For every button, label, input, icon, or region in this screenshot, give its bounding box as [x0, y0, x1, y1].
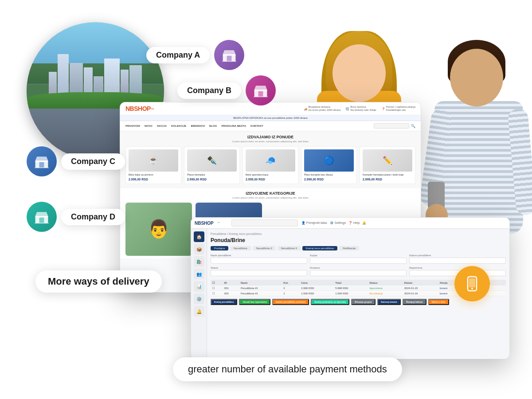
form-label-1: Naziv porudžbine [211, 254, 307, 257]
admin-tab-5[interactable]: Notifikacije [339, 246, 359, 250]
ws-menu-contact[interactable]: KONTAKT [250, 125, 263, 127]
ws-product-name-5: Komplet hemijska plave i bele boje [363, 173, 412, 177]
svg-rect-5 [258, 91, 263, 97]
admin-logo: NBSHOP [195, 221, 214, 226]
ws-menu-collections[interactable]: KOLEKCIJE [171, 125, 186, 127]
company-c-container: Company C [27, 146, 125, 176]
svg-rect-17 [469, 278, 475, 287]
svg-point-18 [471, 288, 473, 289]
search-icon[interactable]: 🔍 [411, 124, 415, 128]
form-label-4: Status [211, 266, 307, 269]
admin-tab-4[interactable]: Kreiraj novu porudžbinu [302, 246, 337, 250]
svg-rect-13 [39, 218, 44, 223]
form-input-1[interactable] [211, 258, 307, 264]
admin-page-title: Ponuda/Brine [211, 237, 506, 243]
ws-product-4[interactable]: 🔵 Plavi komplet bez žbusa 2.999,00 RSD [301, 146, 357, 184]
ws-product-5[interactable]: ✏️ Komplet hemijska plave i bele boje 2.… [360, 146, 415, 184]
company-d-icon [27, 202, 57, 232]
ws-product-img-3: 🧢 [246, 149, 295, 172]
form-input-2[interactable] [310, 258, 407, 264]
sidebar-icon-orders[interactable]: 📦 [194, 244, 204, 254]
admin-breadcrumb: Porudžbine / Kreiraj novu porudžbinu [211, 232, 506, 235]
ws-product-3[interactable]: 🧢 Bela sportska kupa 2.999,00 RSD [243, 146, 298, 184]
ws-product-name-4: Plavi komplet bez žbusa [304, 173, 354, 177]
btn-create-proforma[interactable]: Kreiraj predračun za isporuku [311, 299, 349, 305]
admin-tab-3[interactable]: Narudžbine-3 [278, 246, 301, 250]
ws-menu-sale[interactable]: AKCIJA [157, 125, 167, 127]
form-label-6: Napomena [409, 266, 506, 269]
svg-rect-6 [254, 90, 267, 91]
delivery-label: More ways of delivery [35, 270, 162, 293]
col-id: ID [223, 280, 239, 286]
form-row-2: Kupac [310, 254, 407, 264]
admin-sidebar: 🏠 📦 🛍️ 👥 📊 ⚙️ 🔔 [191, 229, 207, 358]
btn-print[interactable]: Štampaj fakturu [403, 299, 426, 305]
ws-promo-bar: BESPLATNA ISPORUKA za sve porudžbine pre… [120, 115, 421, 121]
ws-menu-products[interactable]: PROIZVODI [125, 125, 140, 127]
ws-product-name-1: Bela šolja sa printom [129, 173, 178, 177]
btn-delete-group[interactable]: Brisanje grupno [351, 299, 375, 305]
svg-rect-9 [39, 162, 44, 168]
ws-product-2[interactable]: ✒️ Plava hemijska 2.999,00 RSD [184, 146, 240, 184]
ws-category-title: IZDVOJENE KATEGORIJE [125, 191, 415, 196]
phone-icon-circle [454, 266, 490, 301]
form-label-2: Kupac [310, 254, 407, 257]
admin-tab-1[interactable]: Narudžbine [230, 246, 251, 250]
ws-product-price-3: 2.999,00 RSD [246, 178, 295, 181]
svg-rect-1 [227, 56, 232, 62]
svg-rect-15 [35, 223, 49, 224]
payment-label-container: greater number of available payment meth… [173, 357, 402, 381]
ws-product-img-5: ✏️ [363, 149, 412, 172]
ws-product-img-2: ✒️ [187, 149, 237, 172]
ws-product-price-5: 2.999,00 RSD [363, 178, 412, 181]
company-d-container: Company D [27, 202, 125, 232]
btn-remove-list[interactable]: Ukloni s liste [428, 299, 449, 305]
company-b-label: Company B [177, 82, 241, 99]
ws-product-price-2: 2.999,00 RSD [187, 178, 237, 181]
ws-section-title: IZDVAJAMO IZ PONUDE [125, 135, 415, 139]
btn-mark-delivered[interactable]: Označi kao isporučeno [239, 299, 270, 305]
delivery-label-container: More ways of delivery [35, 270, 162, 293]
form-row-4: Status [211, 266, 307, 276]
ws-delivery-img-1: 👨 [125, 203, 192, 256]
phone-icon [463, 275, 481, 293]
sidebar-icon-reports[interactable]: 📊 [194, 281, 204, 292]
store-svg-b [253, 82, 269, 98]
company-a-icon [214, 40, 244, 70]
form-row-3: Datum porudžbine [409, 254, 506, 264]
btn-edit-sorted[interactable]: Izmeni porudžbinu sortirano [272, 299, 309, 305]
btn-save[interactable]: Sačuvaj izmene [377, 299, 401, 305]
ws-product-1[interactable]: ☕ Bela šolja sa printom 2.999,00 RSD [125, 146, 181, 184]
admin-search-input[interactable] [231, 219, 298, 227]
company-b-container: Company B [177, 75, 276, 106]
ws-menu-new[interactable]: NOVO [145, 125, 153, 127]
store-svg-c [34, 153, 50, 169]
ws-nav-icons: 🚚 Besplatna dostavaZa iznos preko 1000 d… [304, 106, 415, 112]
admin-tab-0[interactable]: Prodajna [211, 246, 228, 250]
form-input-4[interactable] [211, 270, 307, 276]
admin-tabs: Prodajna Narudžbine Narudžbine-2 Narudžb… [211, 246, 506, 250]
sidebar-icon-products[interactable]: 🛍️ [194, 256, 204, 267]
form-input-3[interactable] [409, 258, 506, 264]
ws-products-section: IZDVAJAMO IZ PONUDE Lorem ipsum dolor si… [120, 131, 421, 188]
ws-menu-locations[interactable]: PRODAJNA MESTA [221, 125, 246, 127]
sidebar-icon-settings[interactable]: ⚙️ [194, 293, 204, 304]
ws-product-price-4: 2.999,00 RSD [304, 178, 354, 181]
ws-menu-blog[interactable]: BLOG [209, 125, 217, 127]
sidebar-icon-notifications[interactable]: 🔔 [194, 306, 204, 317]
search-input[interactable] [374, 123, 409, 129]
ws-nav-support: ❓ Pomoć i najčešća pitanjaKontaktirajte … [382, 106, 415, 112]
form-label-3: Datum porudžbine [409, 254, 506, 257]
ws-products-grid: ☕ Bela šolja sa printom 2.999,00 RSD ✒️ … [125, 146, 415, 184]
ws-product-price-1: 2.999,00 RSD [129, 178, 178, 181]
sidebar-icon-home[interactable]: 🏠 [194, 231, 204, 242]
form-input-5[interactable] [310, 270, 407, 276]
sidebar-icon-customers[interactable]: 👥 [194, 269, 204, 279]
company-a-label: Company A [146, 47, 210, 63]
ws-menu-brands[interactable]: BRENDOVI [191, 125, 205, 127]
btn-create-order[interactable]: Kreiraj porudžbinu [211, 299, 237, 305]
header-icon-4: 🔔 [362, 221, 366, 225]
admin-tab-2[interactable]: Narudžbine-2 [253, 246, 276, 250]
company-c-icon [27, 146, 57, 176]
col-price: Cena [299, 280, 333, 286]
